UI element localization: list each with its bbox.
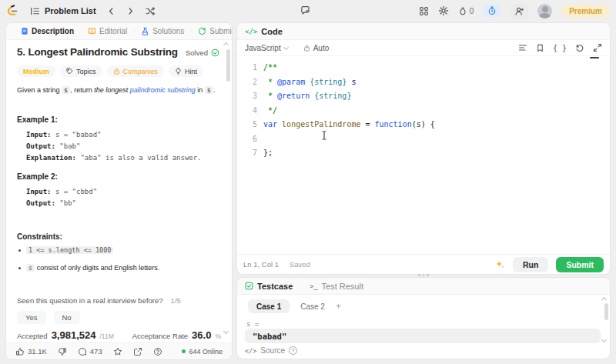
editor-statusbar: Ln 1, Col 1 Saved Run Submit [237, 254, 610, 274]
user-avatar[interactable] [537, 4, 552, 18]
code-gutter: 1234567 [237, 61, 257, 161]
tab-submissions[interactable]: Submissions [191, 27, 232, 35]
shuffle-icon[interactable] [146, 6, 156, 16]
interview-survey: Seen this question in a real interview b… [17, 296, 181, 305]
dislike-button[interactable] [58, 347, 67, 356]
timer-button[interactable] [483, 4, 501, 18]
case-1-tab[interactable]: Case 1 [248, 299, 290, 313]
accepted-count: 3,981,524 [52, 329, 96, 341]
palindromic-substring-link[interactable]: palindromic substring [130, 86, 196, 94]
scroll-down-arrow[interactable] [223, 329, 229, 334]
left-scrollbar-thumb[interactable] [226, 49, 230, 82]
cursor-position: Ln 1, Col 1 [243, 260, 279, 269]
testcase-check-icon [245, 282, 253, 290]
testcase-scroll-down[interactable] [601, 337, 607, 342]
help-button[interactable] [153, 347, 162, 356]
case-2-tab[interactable]: Case 2 [300, 302, 325, 311]
constraints-heading: Constraints: [17, 232, 62, 241]
testcase-scroll-up[interactable] [601, 297, 607, 302]
problem-statement: Given a string s, return the longest pal… [17, 86, 215, 94]
text-cursor [321, 131, 327, 140]
accepted-total: /11M [99, 332, 113, 340]
sparkle-ai-icon[interactable] [495, 259, 505, 269]
submissions-history-icon [198, 27, 206, 35]
prev-question-button[interactable] [107, 7, 116, 15]
format-code-icon[interactable] [518, 43, 527, 52]
apps-grid-icon[interactable] [419, 6, 429, 16]
description-panel: Description Editorial Solutions Submissi… [6, 23, 232, 359]
tag-icon [66, 68, 73, 75]
testcase-scrollbar-thumb[interactable] [604, 303, 608, 320]
acceptance-rate: 36.0 [192, 329, 211, 341]
source-label[interactable]: Source [260, 346, 285, 355]
settings-gear-icon[interactable] [438, 5, 449, 16]
survey-no-button[interactable]: No [54, 311, 80, 324]
tab-editorial[interactable]: Editorial [81, 27, 134, 35]
panel-resize-handle[interactable] [416, 274, 431, 276]
example2-block: Input: s = "cbbd"Output: "bb" [26, 186, 97, 209]
hint-chip[interactable]: Hint [169, 65, 203, 77]
invite-user-icon[interactable] [511, 4, 528, 18]
solved-badge: Solved [186, 48, 219, 57]
premium-button[interactable]: Premium [561, 5, 610, 18]
tab-solutions[interactable]: Solutions [134, 27, 191, 35]
comment-icon [78, 347, 87, 356]
favorite-button[interactable] [113, 347, 122, 356]
language-selector[interactable]: JavaScript [245, 44, 288, 52]
problem-content: 5. Longest Palindromic Substring Solved … [6, 40, 232, 342]
problem-list-icon[interactable] [30, 6, 40, 16]
reset-code-icon[interactable] [575, 43, 584, 52]
tab-code[interactable]: </> Code [245, 27, 283, 36]
example1-block: Input: s = "babad"Output: "bab"Explanati… [26, 129, 202, 164]
lightbulb-icon [175, 68, 182, 75]
bookmark-icon[interactable] [536, 44, 544, 52]
scroll-up-arrow[interactable] [223, 42, 229, 48]
difficulty-badge[interactable]: Medium [17, 65, 55, 77]
fullscreen-icon[interactable] [593, 43, 602, 52]
saved-status: Saved [290, 260, 310, 269]
tab-description[interactable]: Description [14, 27, 81, 35]
code-icon: </> [245, 28, 257, 35]
streak-count: 0 [470, 7, 474, 15]
top-navigation-bar: Problem List [0, 0, 616, 22]
like-button[interactable]: 31.1K [15, 347, 47, 356]
topics-chip[interactable]: Topics [60, 65, 102, 77]
terminal-icon: >_ [310, 282, 317, 290]
share-button[interactable] [133, 347, 142, 356]
testcase-input[interactable]: "babad" [245, 329, 601, 343]
braces-icon[interactable]: { } [553, 44, 567, 52]
companies-chip[interactable]: Companies [107, 65, 165, 77]
tab-test-result[interactable]: >_ Test Result [310, 282, 363, 291]
share-icon [133, 347, 142, 356]
code-editor[interactable]: 1234567 /** * @param {string} s * @retur… [237, 56, 610, 254]
online-dot [182, 349, 186, 353]
leetcode-logo[interactable] [6, 5, 19, 18]
notes-icon[interactable] [300, 5, 310, 15]
daily-streak[interactable]: 0 [458, 6, 474, 16]
survey-progress: 1/5 [171, 296, 181, 305]
problem-list-label[interactable]: Problem List [45, 6, 96, 15]
meta-chips: Medium Topics Companies Hint [17, 65, 203, 77]
thumbs-down-icon [58, 347, 67, 356]
run-button[interactable]: Run [513, 257, 548, 272]
next-question-button[interactable] [126, 7, 135, 15]
inline-code-s: s [62, 86, 70, 94]
submit-button[interactable]: Submit [556, 257, 604, 272]
survey-buttons: Yes No [17, 311, 80, 324]
code-lines: /** * @param {string} s * @return {strin… [263, 61, 435, 161]
editor-toolbar: JavaScript Auto { } [237, 40, 610, 56]
survey-yes-button[interactable]: Yes [17, 311, 46, 324]
add-case-button[interactable]: + [336, 301, 341, 312]
testcase-panel: Testcase >_ Test Result Case 1 Case 2 + … [237, 278, 610, 359]
survey-question: Seen this question in a real interview b… [17, 296, 163, 305]
code-panel-header: </> Code [237, 23, 610, 40]
case-tabs: Case 1 Case 2 + [248, 299, 341, 313]
auto-setting[interactable]: Auto [303, 44, 330, 52]
description-panel-tabs: Description Editorial Solutions Submissi… [6, 23, 232, 40]
testcase-help-icon[interactable]: ? [289, 346, 297, 355]
inline-code-s: s [205, 86, 213, 94]
testcase-footer: </> Source ? [245, 346, 297, 355]
tab-testcase[interactable]: Testcase [245, 282, 293, 291]
comments-button[interactable]: 473 [78, 347, 102, 356]
solutions-flask-icon [141, 27, 149, 35]
